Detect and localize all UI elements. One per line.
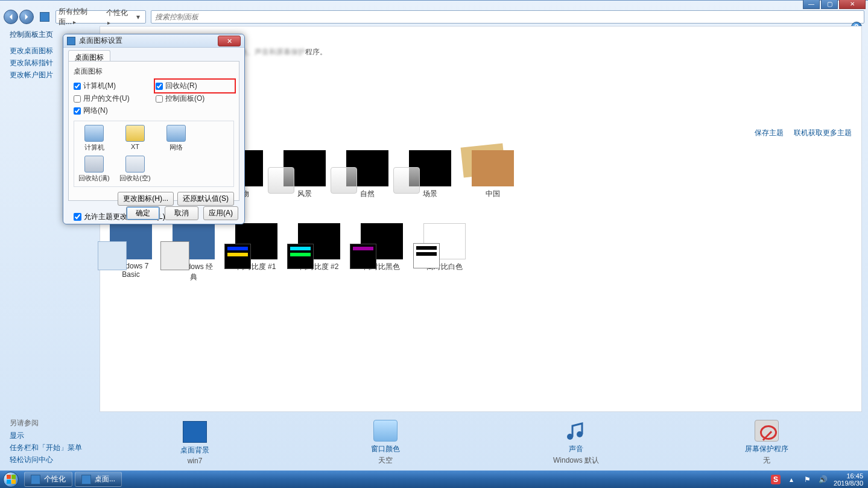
theme-classic[interactable]: Windows 经典	[173, 223, 215, 282]
control-panel-icon	[40, 12, 49, 22]
restore-default-button[interactable]: 还原默认值(S)	[177, 192, 234, 206]
close-button[interactable]: ✕	[839, 0, 866, 9]
back-button[interactable]	[4, 10, 18, 24]
icon-item-recycle-full[interactable]: 回收站(满)	[78, 156, 110, 183]
theme-links: 保存主题 联机获取更多主题	[746, 128, 852, 138]
taskbar-item-personalization[interactable]: 个性化	[24, 472, 72, 487]
icon-item-computer[interactable]: 计算机	[78, 125, 110, 152]
icon-item-recycle-empty[interactable]: 回收站(空)	[119, 156, 151, 183]
window-color-icon	[373, 420, 398, 442]
breadcrumb-1[interactable]: 所有控制面...	[59, 7, 105, 27]
theme-nature[interactable]: 自然	[346, 150, 388, 199]
tray-clock[interactable]: 16:45 2019/8/30	[834, 472, 863, 487]
chk-control-panel[interactable]: 控制面板(O)	[156, 93, 234, 104]
taskbar: 个性化 桌面... S ▴ ⚑ 🔊 16:45 2019/8/30	[0, 471, 868, 488]
theme-hc1[interactable]: 高对比度 #1	[235, 223, 277, 282]
start-button[interactable]	[0, 471, 22, 488]
sidebar-see-also: 另请参阅	[10, 418, 90, 428]
tray-ime-icon[interactable]: S	[771, 475, 781, 484]
dialog-footer: 确定 取消 应用(A)	[63, 206, 244, 220]
sidebar-ease-access[interactable]: 轻松访问中心	[10, 455, 90, 465]
prop-screensaver[interactable]: 屏幕保护程序 无	[724, 420, 809, 466]
minimize-button[interactable]: —	[803, 0, 820, 9]
theme-landscape[interactable]: 风景	[284, 150, 326, 199]
theme-scenes[interactable]: 场景	[409, 150, 451, 199]
basic-hc-themes-row: Windows 7 Basic Windows 经典 高对比度 #1 高对比度 …	[110, 223, 466, 282]
bottom-property-panel: 桌面背景 win7 窗口颜色 天空 声音 Windows 默认 屏幕保护程序 无	[100, 419, 862, 466]
navigation-row: 所有控制面... 个性化 ▾ 搜索控制面板	[0, 9, 868, 25]
save-theme-link[interactable]: 保存主题	[755, 128, 784, 137]
cancel-button[interactable]: 取消	[165, 206, 198, 220]
apply-button[interactable]: 应用(A)	[203, 206, 238, 220]
screensaver-icon	[755, 420, 779, 442]
sidebar-display[interactable]: 显示	[10, 431, 90, 441]
group-label: 桌面图标	[74, 66, 234, 77]
chk-computer[interactable]: 计算机(M)	[74, 80, 152, 92]
maximize-button[interactable]: ▢	[821, 0, 838, 9]
theme-hc2[interactable]: 高对比度 #2	[298, 223, 340, 282]
dialog-title: 桌面图标设置	[79, 36, 122, 46]
aero-themes-row: 人物 风景 自然 场景 中国	[221, 150, 514, 199]
address-bar[interactable]: 所有控制面... 个性化 ▾	[55, 10, 146, 24]
system-tray: S ▴ ⚑ 🔊 16:45 2019/8/30	[771, 472, 868, 487]
taskbar-item-icon	[81, 475, 91, 484]
address-dropdown[interactable]: ▾	[133, 13, 143, 21]
change-icon-button[interactable]: 更改图标(H)...	[118, 192, 174, 206]
dialog-close-button[interactable]: ✕	[218, 36, 241, 46]
prop-window-color[interactable]: 窗口颜色 天空	[343, 420, 428, 466]
sound-icon	[564, 420, 588, 442]
icon-preview-grid: 计算机 XT 网络 回收站(满) 回收站(空)	[74, 121, 234, 187]
tray-flag-icon[interactable]: ⚑	[802, 475, 812, 484]
prop-sound[interactable]: 声音 Windows 默认	[534, 420, 618, 466]
dialog-titlebar[interactable]: 桌面图标设置	[63, 34, 244, 48]
icon-item-network[interactable]: 网络	[160, 125, 192, 152]
taskbar-item-icon	[31, 475, 40, 484]
dialog-body: 桌面图标 计算机(M) 回收站(R) 用户的文件(U) 控制面板(O) 网络(N…	[68, 61, 239, 201]
icon-item-xt[interactable]: XT	[119, 125, 151, 152]
search-input[interactable]: 搜索控制面板	[151, 10, 864, 24]
chk-network[interactable]: 网络(N)	[74, 106, 152, 116]
theme-hc-white[interactable]: 高对比白色	[423, 223, 466, 282]
background-icon	[183, 421, 207, 443]
taskbar-item-desktop-icons[interactable]: 桌面...	[75, 472, 122, 487]
breadcrumb-2[interactable]: 个性化	[106, 8, 133, 27]
dialog-icon	[67, 37, 75, 45]
ok-button[interactable]: 确定	[126, 206, 160, 220]
chk-recycle-bin[interactable]: 回收站(R)	[156, 80, 234, 92]
theme-hc-black[interactable]: 高对比黑色	[361, 223, 403, 282]
prop-background[interactable]: 桌面背景 win7	[153, 421, 237, 465]
sidebar-taskbar-start[interactable]: 任务栏和「开始」菜单	[10, 443, 90, 453]
tray-volume-icon[interactable]: 🔊	[818, 475, 828, 484]
desktop-icon-settings-dialog: 桌面图标设置 ✕ 桌面图标 桌面图标 计算机(M) 回收站(R) 用户的文件(U…	[63, 34, 245, 224]
theme-china[interactable]: 中国	[472, 150, 514, 199]
forward-button[interactable]	[19, 10, 34, 24]
theme-win7-basic[interactable]: Windows 7 Basic	[110, 223, 152, 282]
tray-chevron-icon[interactable]: ▴	[787, 475, 796, 484]
get-more-themes-link[interactable]: 联机获取更多主题	[794, 128, 852, 137]
chk-user-files[interactable]: 用户的文件(U)	[74, 93, 152, 104]
